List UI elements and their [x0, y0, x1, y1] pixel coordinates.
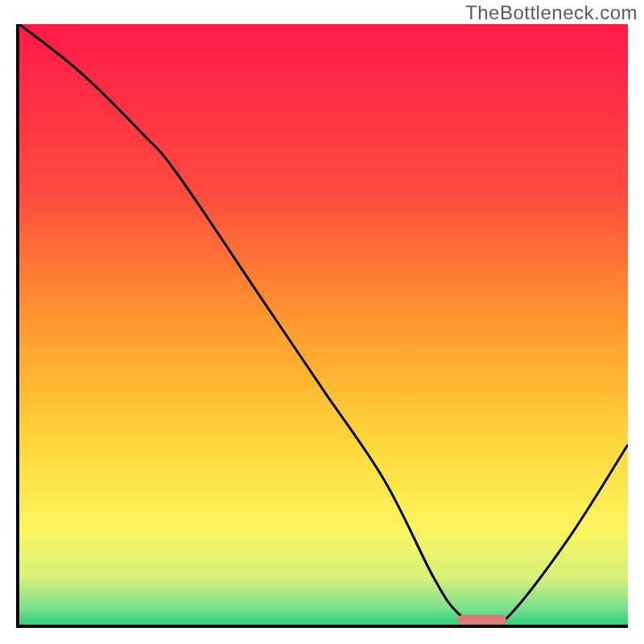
optimal-range-marker	[457, 615, 506, 625]
plot-area	[16, 24, 628, 628]
chart-container: TheBottleneck.com	[0, 0, 644, 644]
watermark-text: TheBottleneck.com	[465, 2, 638, 24]
svg-rect-0	[19, 24, 628, 625]
gradient-background	[19, 24, 628, 625]
